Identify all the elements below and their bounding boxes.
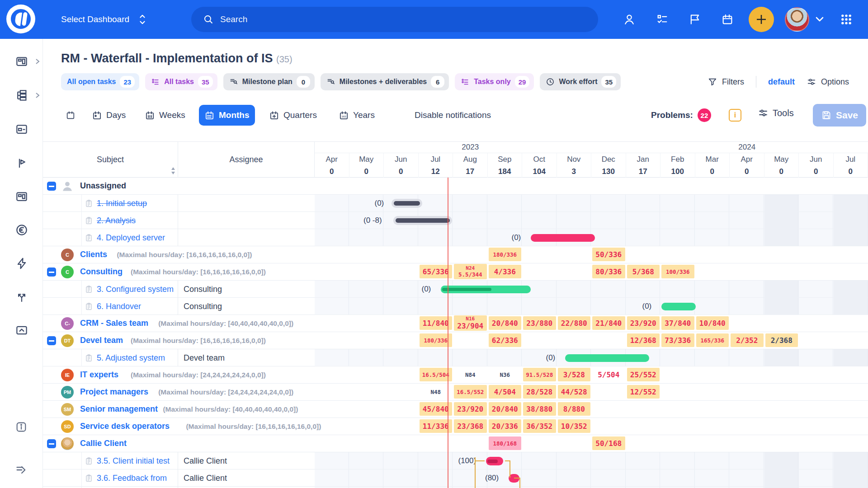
task-link[interactable]: 3.6. Feedback from: [97, 474, 167, 483]
allocation-badge[interactable]: 16.5/552: [454, 385, 487, 399]
allocation-badge[interactable]: 12/552: [627, 385, 660, 399]
allocation-badge[interactable]: 44/528: [558, 385, 591, 399]
group-name[interactable]: IT experts: [80, 370, 118, 380]
allocation-badge[interactable]: 5/368: [627, 265, 660, 278]
allocation-badge[interactable]: 2/352: [731, 333, 764, 347]
collapse-button[interactable]: [47, 182, 56, 191]
problems-indicator[interactable]: Problems: 22: [651, 108, 711, 122]
allocation-badge[interactable]: 10/352: [558, 419, 591, 433]
allocation-badge[interactable]: 38/880: [523, 402, 556, 416]
allocation-badge[interactable]: N36: [489, 370, 522, 379]
group-avatar[interactable]: [61, 180, 74, 192]
allocation-badge[interactable]: 12/368: [627, 333, 660, 347]
allocation-badge[interactable]: 8/880: [558, 402, 591, 416]
tools-button[interactable]: Tools: [758, 108, 794, 118]
sort-icon[interactable]: [170, 167, 176, 175]
allocation-badge[interactable]: 80/336: [592, 265, 625, 278]
filter-default-link[interactable]: default: [768, 77, 795, 87]
allocation-badge[interactable]: 5/504: [592, 368, 625, 381]
collapse-button[interactable]: [47, 267, 56, 277]
view-years-button[interactable]: 365 Years: [333, 105, 380, 126]
allocation-badge[interactable]: 25/552: [627, 368, 660, 381]
allocation-badge[interactable]: 165/336: [696, 333, 729, 347]
quick-actions-bolt-icon[interactable]: [15, 257, 28, 270]
gantt-bar[interactable]: [394, 201, 420, 206]
group-avatar[interactable]: C: [61, 249, 74, 261]
task-link[interactable]: 3.5. Client initial test: [97, 456, 170, 466]
chevron-right-icon[interactable]: [34, 92, 41, 99]
view-weeks-button[interactable]: Weeks: [139, 105, 191, 126]
allocation-badge[interactable]: 22/880: [558, 316, 591, 330]
budget-euro-icon[interactable]: [15, 223, 28, 237]
group-avatar[interactable]: PM: [61, 386, 74, 399]
allocation-badge[interactable]: 20/840: [489, 316, 522, 330]
chip-all-tasks[interactable]: All tasks 35: [145, 73, 217, 90]
warning-info-icon[interactable]: i: [729, 109, 741, 122]
allocation-badge[interactable]: 21/840: [592, 316, 625, 330]
group-name[interactable]: Unassigned: [80, 181, 126, 191]
allocation-badge[interactable]: 50/168: [592, 436, 625, 450]
allocation-badge[interactable]: 28/528: [523, 385, 556, 399]
group-name[interactable]: CRM - Sales team: [80, 319, 148, 328]
select-dashboard-button[interactable]: Select Dashboard: [61, 0, 147, 39]
info-icon[interactable]: [15, 421, 28, 433]
task-link[interactable]: 2. Analysis: [97, 216, 136, 225]
milestones-flag-icon[interactable]: [15, 156, 28, 170]
user-photo-avatar[interactable]: [61, 437, 74, 450]
allocation-badge[interactable]: 36/352: [523, 419, 556, 433]
allocation-badge[interactable]: N84: [454, 370, 487, 379]
task-link[interactable]: 3. Configured system: [97, 285, 174, 294]
chevron-down-icon[interactable]: [814, 15, 825, 23]
assignee-column-header[interactable]: Assignee: [178, 142, 315, 178]
checklist-icon[interactable]: [656, 13, 669, 26]
group-name[interactable]: Clients: [80, 250, 107, 259]
plus-button[interactable]: [749, 7, 774, 32]
allocation-badge[interactable]: 20/840: [489, 402, 522, 416]
allocation-badge[interactable]: 23/880: [523, 316, 556, 330]
chip-tasks-only[interactable]: Tasks only 29: [455, 73, 534, 90]
allocation-badge[interactable]: 100/336: [661, 265, 694, 278]
task-link[interactable]: 4. Deployed server: [97, 233, 165, 243]
project-tree-icon[interactable]: [15, 89, 28, 102]
allocation-badge[interactable]: 180/168: [489, 436, 522, 450]
group-avatar[interactable]: SD: [61, 420, 74, 433]
group-name[interactable]: Project managers: [80, 387, 148, 397]
expand-arrow-icon[interactable]: [15, 464, 28, 476]
gantt-bar[interactable]: [531, 234, 595, 242]
task-link[interactable]: 6. Handover: [97, 302, 141, 311]
app-logo[interactable]: [6, 5, 35, 33]
search-bar[interactable]: [191, 7, 598, 32]
view-months-button[interactable]: Months: [199, 105, 255, 126]
disable-notifications-button[interactable]: Disable notifications: [409, 105, 496, 126]
allocation-badge[interactable]: 2/368: [765, 333, 798, 347]
collapse-box-icon[interactable]: [15, 324, 28, 337]
chip-milestone-plan[interactable]: Milestone plan 0: [223, 73, 315, 90]
options-button[interactable]: Options: [807, 77, 849, 87]
flag-icon[interactable]: [689, 13, 701, 26]
allocation-badge[interactable]: N245.5/344: [454, 264, 487, 279]
allocation-badge[interactable]: 50/336: [592, 248, 625, 261]
calendar-plain-icon[interactable]: [60, 105, 81, 126]
profile-icon[interactable]: [623, 13, 636, 26]
gantt-bar[interactable]: [486, 457, 503, 465]
group-name[interactable]: Senior management: [80, 404, 158, 414]
card-view-icon[interactable]: [15, 122, 28, 136]
panels-icon[interactable]: [15, 190, 28, 203]
allocation-badge[interactable]: 23/920: [454, 402, 487, 416]
allocation-badge[interactable]: 91.5/528: [523, 368, 556, 381]
task-link[interactable]: 5. Adjusted system: [97, 353, 165, 363]
user-avatar[interactable]: [785, 7, 809, 32]
dashboard-icon[interactable]: [15, 55, 28, 68]
group-avatar[interactable]: DT: [61, 334, 74, 347]
allocation-badge[interactable]: 73/336: [661, 333, 694, 347]
allocation-badge[interactable]: 23/920: [627, 316, 660, 330]
collapse-button[interactable]: [47, 439, 56, 448]
calendar-icon[interactable]: [721, 13, 734, 26]
view-days-button[interactable]: Days: [86, 105, 131, 126]
allocation-badge[interactable]: 4/504: [489, 385, 522, 399]
view-quarters-button[interactable]: Quarters: [264, 105, 322, 126]
group-avatar[interactable]: SM: [61, 403, 74, 416]
gantt-bar[interactable]: [441, 286, 531, 293]
group-avatar[interactable]: C: [61, 266, 74, 278]
group-name[interactable]: Devel team: [80, 336, 123, 345]
